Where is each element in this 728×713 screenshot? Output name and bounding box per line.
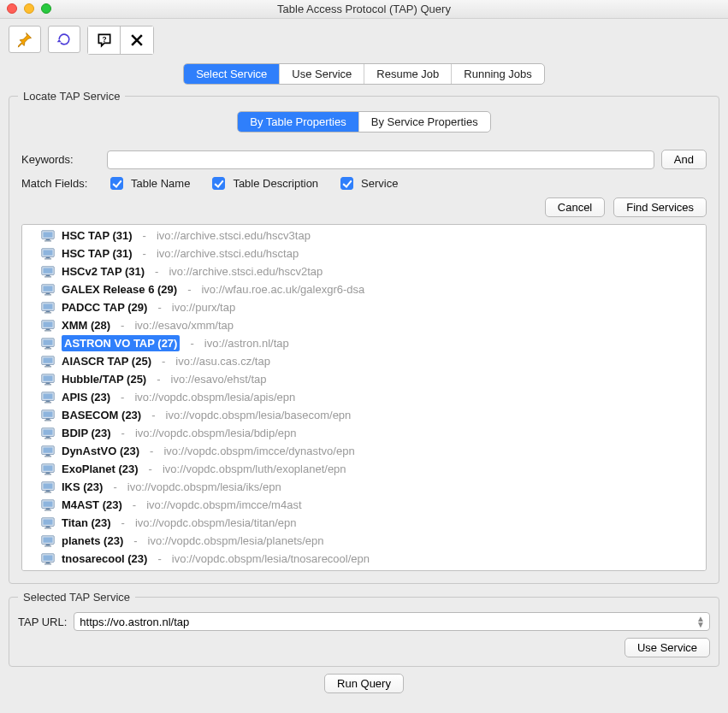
svg-rect-50 [43, 447, 52, 452]
svg-rect-24 [44, 329, 51, 331]
window-controls [7, 3, 51, 14]
svg-rect-48 [44, 437, 51, 439]
service-list-item[interactable]: GALEX Release 6 (29) - ivo://wfau.roe.ac… [22, 280, 706, 298]
help-bubble-icon: ? [96, 32, 113, 49]
monitor-icon [41, 410, 55, 421]
service-list-item[interactable]: Titan (23) - ivo://vopdc.obspm/lesia/tit… [22, 514, 706, 532]
separator: - [113, 479, 116, 495]
service-name: XMM (28) [62, 317, 110, 333]
monitor-icon [41, 356, 55, 368]
use-service-button[interactable]: Use Service [624, 638, 710, 657]
cancel-button[interactable]: Cancel [545, 197, 605, 217]
check-table-desc-box[interactable] [212, 177, 225, 190]
service-url: ivo://astron.nl/tap [204, 335, 289, 351]
check-service[interactable]: Service [337, 174, 398, 192]
service-url: ivo://vopdc.obspm/lesia/apis/epn [134, 389, 295, 405]
check-table-desc[interactable]: Table Description [209, 174, 318, 192]
service-list-item[interactable]: HSC TAP (31) - ivo://archive.stsci.edu/h… [22, 245, 706, 262]
monitor-icon [41, 248, 55, 260]
tab-resume-job[interactable]: Resume Job [364, 64, 452, 84]
close-button[interactable] [121, 27, 153, 54]
service-list-item[interactable]: APIS (23) - ivo://vopdc.obspm/lesia/apis… [22, 388, 706, 406]
service-url: ivo://esavo/xmm/tap [134, 317, 234, 333]
tab-use-service[interactable]: Use Service [280, 64, 364, 84]
service-list-item[interactable]: PADCC TAP (29) - ivo://purx/tap [22, 298, 706, 316]
find-services-button[interactable]: Find Services [613, 197, 707, 217]
svg-rect-52 [44, 455, 51, 457]
subtab-by-service[interactable]: By Service Properties [359, 112, 490, 132]
monitor-icon [41, 463, 55, 475]
service-url: ivo://vopdc.obspm/lesia/planets/epn [148, 533, 324, 549]
check-service-label: Service [361, 177, 398, 190]
service-url: ivo://esavo/ehst/tap [171, 371, 267, 387]
help-button[interactable]: ? [88, 27, 121, 54]
service-list-item[interactable]: XMM (28) - ivo://esavo/xmm/tap [22, 316, 706, 334]
pin-button[interactable] [9, 26, 41, 53]
svg-rect-46 [43, 429, 52, 434]
separator: - [155, 263, 158, 280]
service-url: ivo://vopdc.obspm/lesia/basecom/epn [166, 407, 352, 423]
subtab-by-table[interactable]: By Table Properties [238, 112, 359, 132]
service-list[interactable]: HSC TAP (31) - ivo://archive.stsci.edu/h… [21, 224, 707, 571]
svg-rect-68 [44, 527, 51, 528]
svg-text:?: ? [102, 35, 106, 44]
tab-select-service[interactable]: Select Service [184, 64, 280, 84]
monitor-icon [41, 571, 55, 572]
check-table-name-box[interactable] [110, 177, 123, 190]
keywords-input[interactable] [107, 150, 654, 169]
service-list-item[interactable]: BASECOM (23) - ivo://vopdc.obspm/lesia/b… [22, 406, 706, 424]
separator: - [133, 533, 137, 549]
svg-rect-34 [43, 375, 52, 380]
service-name: APIS (23) [62, 389, 110, 405]
zoom-window-button[interactable] [41, 3, 51, 14]
separator: - [187, 281, 191, 298]
service-list-item[interactable]: tnosarecool (23) - ivo://vopdc.obspm/les… [22, 550, 706, 568]
monitor-icon [41, 338, 55, 350]
service-list-item[interactable]: HSC TAP (31) - ivo://archive.stsci.edu/h… [22, 227, 706, 245]
and-button[interactable]: And [661, 150, 707, 169]
service-list-item[interactable]: DynAstVO (23) - ivo://vopdc.obspm/imcce/… [22, 442, 706, 460]
service-list-item[interactable]: HSCv2 TAP (31) - ivo://archive.stsci.edu… [22, 262, 706, 280]
run-query-button[interactable]: Run Query [324, 674, 404, 693]
check-table-name[interactable]: Table Name [107, 174, 190, 192]
service-list-item[interactable]: ASTRON VO TAP (27) - ivo://astron.nl/tap [22, 334, 706, 352]
check-service-box[interactable] [340, 177, 353, 190]
tab-running-jobs[interactable]: Running Jobs [452, 64, 544, 84]
svg-rect-60 [44, 491, 51, 492]
svg-rect-62 [43, 501, 52, 506]
service-name: tnosarecool (23) [62, 551, 147, 567]
service-name: HSCv2 TAP (31) [62, 263, 145, 280]
svg-rect-70 [43, 537, 52, 542]
service-list-item[interactable]: CADC Table Query (TAP) Service (22) - iv… [22, 568, 706, 571]
service-url: ivo://asu.cas.cz/tap [175, 353, 270, 369]
separator: - [190, 335, 193, 351]
service-name: Hubble/TAP (25) [62, 371, 146, 387]
svg-rect-76 [44, 563, 51, 564]
svg-rect-23 [46, 328, 50, 330]
service-list-item[interactable]: ExoPlanet (23) - ivo://vopdc.obspm/luth/… [22, 460, 706, 478]
service-name: CADC Table Query (TAP) Service (22) [62, 569, 257, 571]
service-list-item[interactable]: BDIP (23) - ivo://vopdc.obspm/lesia/bdip… [22, 424, 706, 442]
service-name: BASECOM (23) [62, 407, 141, 423]
separator: - [121, 389, 124, 405]
service-list-item[interactable]: planets (23) - ivo://vopdc.obspm/lesia/p… [22, 532, 706, 550]
minimize-window-button[interactable] [24, 3, 34, 14]
service-list-item[interactable]: M4AST (23) - ivo://vopdc.obspm/imcce/m4a… [22, 496, 706, 514]
service-list-item[interactable]: AIASCR TAP (25) - ivo://asu.cas.cz/tap [22, 352, 706, 370]
svg-rect-3 [46, 239, 50, 240]
close-window-button[interactable] [7, 3, 17, 14]
svg-rect-19 [46, 310, 50, 312]
separator: - [143, 227, 146, 244]
svg-rect-47 [46, 436, 50, 438]
service-list-item[interactable]: Hubble/TAP (25) - ivo://esavo/ehst/tap [22, 370, 706, 388]
svg-rect-58 [43, 483, 52, 488]
pin-icon [16, 31, 33, 48]
svg-rect-42 [43, 411, 52, 416]
main-tab-row: Select Service Use Service Resume Job Ru… [9, 63, 719, 85]
svg-rect-40 [44, 401, 51, 403]
reload-button[interactable] [48, 26, 80, 53]
service-list-item[interactable]: IKS (23) - ivo://vopdc.obspm/lesia/iks/e… [22, 478, 706, 496]
help-close-group: ? [87, 26, 154, 55]
service-name: planets (23) [62, 533, 123, 549]
tap-url-input[interactable] [74, 612, 710, 631]
